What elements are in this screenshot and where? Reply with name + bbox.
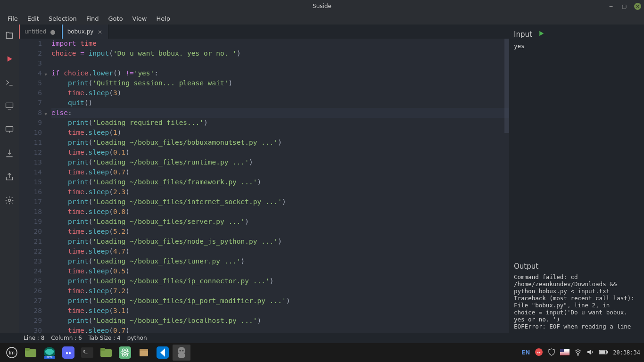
svg-point-27: [180, 350, 181, 352]
file-manager-icon[interactable]: [22, 345, 40, 361]
svg-rect-37: [560, 353, 570, 354]
titlebar: Suside ─ ▢ ×: [0, 0, 644, 12]
tab-label: untitled: [25, 28, 46, 35]
monitor-alt-icon[interactable]: [4, 124, 15, 135]
svg-point-2: [8, 199, 11, 202]
discord-icon[interactable]: [59, 345, 77, 361]
activitybar: [0, 25, 19, 333]
window-title: Suside: [313, 3, 331, 9]
svg-text:BETA: BETA: [47, 356, 53, 359]
tab-untitled[interactable]: untitled●: [19, 25, 62, 39]
tray-clock[interactable]: 20:38:34: [613, 349, 640, 356]
svg-rect-36: [560, 352, 570, 353]
tab-label: bobux.py: [67, 28, 94, 35]
menu-find[interactable]: Find: [82, 13, 104, 24]
input-panel-body[interactable]: yes: [514, 42, 639, 257]
share-icon[interactable]: [4, 172, 15, 182]
run-play-icon[interactable]: [537, 29, 545, 40]
menu-file[interactable]: File: [3, 13, 23, 24]
terminal-icon[interactable]: [4, 77, 15, 88]
svg-rect-42: [607, 351, 608, 353]
svg-point-30: [537, 352, 538, 353]
svg-rect-6: [25, 348, 30, 351]
svg-point-29: [535, 348, 543, 356]
svg-rect-0: [6, 103, 13, 107]
monitor-icon[interactable]: [4, 101, 15, 111]
tab-close-icon[interactable]: ×: [97, 29, 102, 35]
system-tray: EN 20:38:34: [521, 348, 640, 358]
tab-bobux-py[interactable]: bobux.py×: [62, 25, 109, 39]
vscode-icon[interactable]: [154, 345, 172, 361]
tray-flag-icon[interactable]: [560, 349, 570, 357]
svg-text:$_: $_: [83, 350, 88, 354]
scrollbar-thumb[interactable]: [504, 39, 509, 133]
status-lang: python: [127, 335, 147, 341]
status-line: Line : 8: [24, 335, 44, 341]
terminal-app-icon[interactable]: $_: [78, 345, 96, 361]
menu-view[interactable]: View: [128, 13, 152, 24]
svg-point-18: [124, 352, 126, 354]
package-icon[interactable]: [135, 345, 153, 361]
code-editor[interactable]: 1234▼5678▼910111213141516171819202122232…: [19, 39, 509, 333]
code-area[interactable]: import timechoice = input('Do u want bob…: [45, 39, 509, 333]
side-panel: Input yes Output Command failed: cd /hom…: [509, 25, 644, 333]
svg-point-11: [66, 352, 68, 354]
svg-rect-39: [560, 349, 564, 352]
svg-point-31: [539, 352, 540, 353]
tray-sound-icon[interactable]: [586, 348, 594, 357]
gutter: 1234▼5678▼910111213141516171819202122232…: [19, 39, 45, 333]
menu-edit[interactable]: Edit: [23, 13, 44, 24]
status-tabsize: Tab Size : 4: [89, 335, 121, 341]
svg-text:lm: lm: [9, 350, 15, 355]
svg-rect-38: [560, 354, 570, 354]
output-panel-title: Output: [514, 262, 639, 271]
edge-beta-icon[interactable]: BETA: [41, 345, 58, 361]
minimize-button[interactable]: ─: [608, 3, 614, 9]
scrollbar[interactable]: [504, 39, 509, 333]
run-icon[interactable]: [4, 54, 15, 64]
input-panel-title: Input: [514, 30, 532, 39]
svg-rect-26: [178, 353, 185, 358]
tray-lang[interactable]: EN: [521, 349, 530, 356]
folder-icon[interactable]: [97, 345, 115, 361]
mint-menu-icon[interactable]: lm: [3, 345, 21, 361]
menu-selection[interactable]: Selection: [44, 13, 82, 24]
svg-point-12: [69, 352, 71, 354]
svg-rect-1: [6, 126, 13, 131]
svg-rect-43: [600, 351, 605, 354]
tab-bar: untitled●bobux.py×: [19, 25, 509, 39]
atom-icon[interactable]: [116, 345, 134, 361]
menu-help[interactable]: Help: [151, 13, 175, 24]
files-icon[interactable]: [4, 30, 15, 41]
close-button[interactable]: ×: [634, 3, 641, 10]
svg-rect-10: [62, 346, 74, 359]
status-column: Column : 6: [51, 335, 82, 341]
svg-rect-23: [140, 349, 148, 351]
suside-app-icon[interactable]: [173, 345, 190, 361]
settings-icon[interactable]: [4, 195, 15, 206]
tray-shield-icon[interactable]: [548, 348, 555, 357]
taskbar: lm BETA $_ EN 20:38:34: [0, 343, 644, 362]
output-panel-body: Command failed: cd /home/zeankundev/Down…: [514, 273, 639, 330]
input-panel-header: Input: [514, 29, 639, 40]
menu-goto[interactable]: Goto: [104, 13, 128, 24]
svg-rect-16: [100, 348, 105, 351]
download-icon[interactable]: [4, 148, 15, 158]
tab-close-icon[interactable]: ●: [50, 29, 55, 35]
maximize-button[interactable]: ▢: [621, 3, 627, 9]
tray-discord-icon[interactable]: [535, 348, 543, 358]
statusbar: Line : 8 Column : 6 Tab Size : 4 python: [0, 333, 644, 343]
menubar: File Edit Selection Find Goto View Help: [0, 12, 644, 25]
tray-wifi-icon[interactable]: [574, 348, 582, 357]
svg-point-40: [578, 354, 578, 355]
svg-point-28: [182, 350, 184, 352]
tray-battery-icon[interactable]: [599, 349, 608, 356]
